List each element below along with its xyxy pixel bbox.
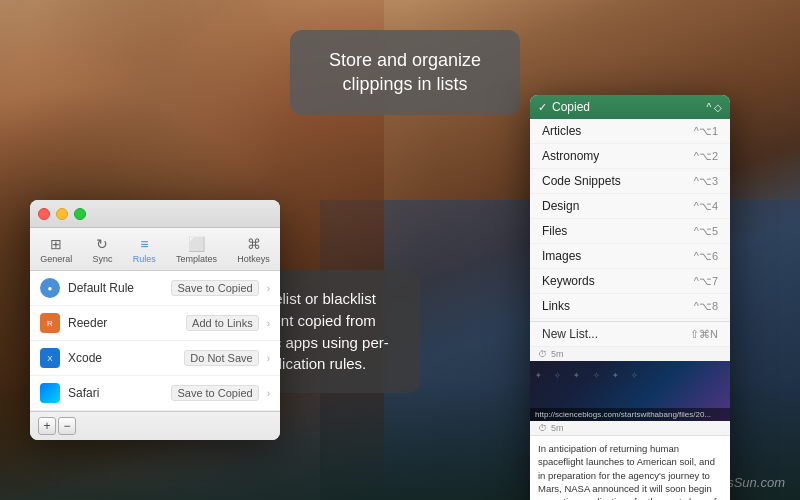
remove-rule-button[interactable]: − <box>58 417 76 435</box>
astronomy-shortcut: ^⌥2 <box>694 150 718 163</box>
clipping-image[interactable]: http://scienceblogs.com/startswithabang/… <box>530 361 730 421</box>
design-item: Design <box>542 199 694 213</box>
copied-titlebar: ✓ Copied ^ ◇ <box>530 95 730 119</box>
clipping-meta: ⏱ 5m <box>530 347 730 361</box>
safari-name: Safari <box>68 386 163 400</box>
reeder-name: Reeder <box>68 316 178 330</box>
list-item[interactable]: Files ^⌥5 <box>530 219 730 244</box>
table-row[interactable]: ● Default Rule Save to Copied › <box>30 271 280 306</box>
chevron-icon: › <box>267 353 270 364</box>
code-snippets-item: Code Snippets <box>542 174 694 188</box>
keywords-item: Keywords <box>542 274 694 288</box>
tooltip-organize: Store and organize clippings in lists <box>290 30 520 115</box>
default-rule-action[interactable]: Save to Copied <box>171 280 258 296</box>
image-time-ago: 5m <box>551 349 564 359</box>
text-time-icon: ⏱ <box>538 423 547 433</box>
toolbar-general-label: General <box>40 254 72 264</box>
tooltip-organize-text: Store and organize clippings in lists <box>329 50 481 94</box>
close-button[interactable] <box>38 208 50 220</box>
toolbar-rules-label: Rules <box>133 254 156 264</box>
table-row[interactable]: X Xcode Do Not Save › <box>30 341 280 376</box>
toolbar-rules[interactable]: ≡ Rules <box>133 236 156 264</box>
rules-window: ⊞ General ↻ Sync ≡ Rules ⬜ Templates ⌘ H… <box>30 200 280 440</box>
time-icon: ⏱ <box>538 349 547 359</box>
rules-table: ● Default Rule Save to Copied › R Reeder… <box>30 271 280 411</box>
articles-shortcut: ^⌥1 <box>694 125 718 138</box>
templates-icon: ⬜ <box>188 236 205 252</box>
list-item[interactable]: Code Snippets ^⌥3 <box>530 169 730 194</box>
maximize-button[interactable] <box>74 208 86 220</box>
new-list-label: New List... <box>542 327 690 341</box>
copied-window-title: Copied <box>552 100 707 114</box>
rules-footer: + − <box>30 411 280 440</box>
xcode-name: Xcode <box>68 351 176 365</box>
xcode-icon: X <box>40 348 60 368</box>
add-rule-button[interactable]: + <box>38 417 56 435</box>
links-item: Links <box>542 299 694 313</box>
rules-toolbar: ⊞ General ↻ Sync ≡ Rules ⬜ Templates ⌘ H… <box>30 228 280 271</box>
toolbar-templates-label: Templates <box>176 254 217 264</box>
reeder-action[interactable]: Add to Links <box>186 315 259 331</box>
minimize-button[interactable] <box>56 208 68 220</box>
toolbar-hotkeys[interactable]: ⌘ Hotkeys <box>237 236 270 264</box>
text-preview-content: In anticipation of returning human space… <box>538 443 717 500</box>
table-row[interactable]: Safari Save to Copied › <box>30 376 280 411</box>
toolbar-general[interactable]: ⊞ General <box>40 236 72 264</box>
list-item[interactable]: Articles ^⌥1 <box>530 119 730 144</box>
default-rule-name: Default Rule <box>68 281 163 295</box>
titlebar-icons: ^ ◇ <box>707 102 722 113</box>
text-clipping-meta: ⏱ 5m <box>530 421 730 435</box>
images-shortcut: ^⌥6 <box>694 250 718 263</box>
images-item: Images <box>542 249 694 263</box>
default-rule-icon: ● <box>40 278 60 298</box>
chevron-icon: › <box>267 283 270 294</box>
links-shortcut: ^⌥8 <box>694 300 718 313</box>
files-shortcut: ^⌥5 <box>694 225 718 238</box>
keywords-shortcut: ^⌥7 <box>694 275 718 288</box>
hotkeys-icon: ⌘ <box>247 236 261 252</box>
files-item: Files <box>542 224 694 238</box>
list-item[interactable]: Links ^⌥8 <box>530 294 730 319</box>
toolbar-templates[interactable]: ⬜ Templates <box>176 236 217 264</box>
list-item[interactable]: Astronomy ^⌥2 <box>530 144 730 169</box>
sync-icon: ↻ <box>96 236 108 252</box>
code-snippets-shortcut: ^⌥3 <box>694 175 718 188</box>
design-shortcut: ^⌥4 <box>694 200 718 213</box>
chevron-icon: › <box>267 318 270 329</box>
list-item[interactable]: Design ^⌥4 <box>530 194 730 219</box>
toolbar-sync[interactable]: ↻ Sync <box>92 236 112 264</box>
articles-item: Articles <box>542 124 694 138</box>
general-icon: ⊞ <box>50 236 62 252</box>
rules-icon: ≡ <box>140 236 148 252</box>
safari-icon <box>40 383 60 403</box>
image-url: http://scienceblogs.com/startswithabang/… <box>530 408 730 421</box>
menu-list: Articles ^⌥1 Astronomy ^⌥2 Code Snippets… <box>530 119 730 347</box>
text-time-ago: 5m <box>551 423 564 433</box>
safari-action[interactable]: Save to Copied <box>171 385 258 401</box>
chevron-icon: › <box>267 388 270 399</box>
astronomy-item: Astronomy <box>542 149 694 163</box>
toolbar-sync-label: Sync <box>92 254 112 264</box>
new-list-shortcut: ⇧⌘N <box>690 328 718 341</box>
toolbar-hotkeys-label: Hotkeys <box>237 254 270 264</box>
text-preview[interactable]: In anticipation of returning human space… <box>530 435 730 500</box>
new-list-item[interactable]: New List... ⇧⌘N <box>530 321 730 347</box>
copied-window: ✓ Copied ^ ◇ Articles ^⌥1 Astronomy ^⌥2 … <box>530 95 730 500</box>
list-item[interactable]: Images ^⌥6 <box>530 244 730 269</box>
reeder-icon: R <box>40 313 60 333</box>
rules-titlebar <box>30 200 280 228</box>
xcode-action[interactable]: Do Not Save <box>184 350 258 366</box>
check-icon: ✓ <box>538 101 547 114</box>
list-item[interactable]: Keywords ^⌥7 <box>530 269 730 294</box>
table-row[interactable]: R Reeder Add to Links › <box>30 306 280 341</box>
